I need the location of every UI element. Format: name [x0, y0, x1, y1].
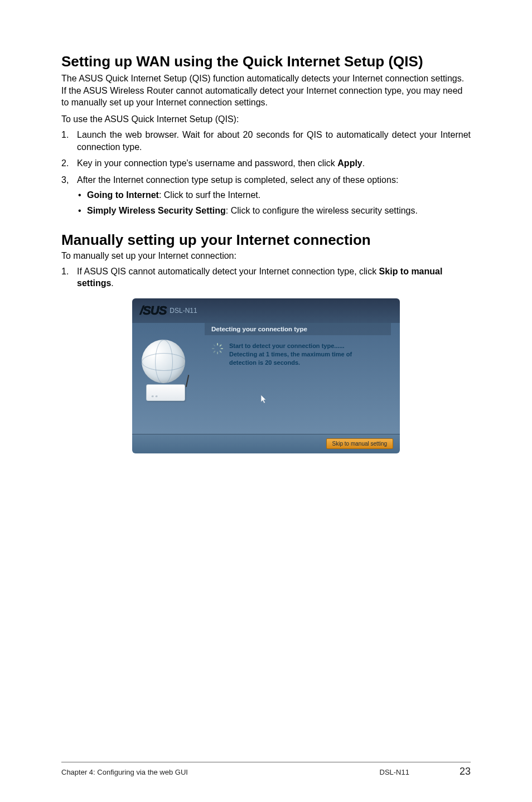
step-text-post: .: [111, 278, 113, 288]
option-wireless: Simply Wireless Security Setting: Click …: [77, 205, 471, 217]
footer-rule: [61, 762, 471, 762]
qis-lead: To use the ASUS Quick Internet Setup (QI…: [61, 114, 471, 124]
step-text-pre: Key in your connection type's username a…: [77, 158, 337, 168]
svg-rect-3: [219, 350, 222, 353]
spinner-icon: [211, 342, 224, 355]
model-label: DSL-N11: [170, 307, 197, 315]
router-leds: o o: [152, 394, 158, 398]
svg-rect-5: [213, 350, 216, 353]
asus-logo: /SUS: [140, 303, 166, 318]
cursor-icon: [260, 394, 268, 404]
step-number: 1.: [61, 129, 69, 141]
manual-steps: 1. If ASUS QIS cannot automatically dete…: [61, 265, 471, 289]
footer-chapter: Chapter 4: Configuring via the web GUI: [61, 768, 188, 776]
step-2: 2. Key in your connection type's usernam…: [61, 157, 471, 170]
manual-step-1: 1. If ASUS QIS cannot automatically dete…: [61, 265, 471, 289]
detect-header: Detecting your connection type: [205, 323, 391, 335]
qis-screenshot: /SUS DSL-N11 o o Detecting your connecti…: [132, 298, 400, 453]
router-icon: o o: [146, 384, 185, 401]
svg-rect-7: [213, 344, 216, 347]
cursor-area: [260, 394, 391, 407]
options-list: Going to Internet: Click to surf the Int…: [77, 189, 471, 216]
screenshot-footer: Skip to manual setting: [132, 434, 400, 453]
svg-rect-2: [221, 348, 224, 349]
step-text-pre: If ASUS QIS cannot automatically detect …: [77, 267, 379, 276]
screenshot-titlebar: /SUS DSL-N11: [132, 298, 400, 323]
step-text-post: .: [362, 158, 365, 168]
option-going: Going to Internet: Click to surf the Int…: [77, 189, 471, 201]
option-bold: Simply Wireless Security Setting: [87, 206, 226, 215]
svg-rect-1: [219, 344, 222, 347]
footer-row: Chapter 4: Configuring via the web GUI D…: [61, 766, 471, 777]
footer-model: DSL-N11: [380, 768, 409, 776]
qis-steps: 1. Launch the web browser. Wait for abou…: [61, 129, 471, 217]
globe-router-graphic: o o: [142, 340, 197, 401]
skip-manual-button[interactable]: Skip to manual setting: [326, 438, 393, 449]
msg-line-1: Start to detect your connection type....…: [229, 342, 352, 350]
step-number: 3,: [61, 174, 69, 186]
intro-paragraph: The ASUS Quick Internet Setup (QIS) func…: [61, 73, 471, 109]
screenshot-main: Detecting your connection type: [205, 323, 400, 434]
svg-rect-0: [217, 343, 218, 346]
apply-label: Apply: [337, 158, 362, 168]
globe-icon: [142, 340, 185, 383]
step-text: After the Internet connection type setup…: [77, 175, 398, 185]
svg-rect-4: [217, 351, 218, 354]
heading-manual: Manually setting up your Internet connec…: [61, 231, 471, 249]
manual-lead: To manually set up your Internet connect…: [61, 251, 471, 261]
detect-row: Start to detect your connection type....…: [205, 342, 391, 367]
option-bold: Going to Internet: [87, 190, 159, 200]
screenshot-body: o o Detecting your connection type: [132, 323, 400, 434]
screenshot-sidebar: o o: [132, 323, 205, 434]
step-1: 1. Launch the web browser. Wait for abou…: [61, 129, 471, 153]
option-rest: : Click to surf the Internet.: [159, 190, 260, 200]
step-number: 2.: [61, 157, 69, 170]
svg-rect-6: [212, 348, 215, 349]
option-rest: : Click to configure the wireless securi…: [226, 206, 418, 215]
msg-line-2: Detecting at 1 times, the maximum time o…: [229, 350, 352, 359]
page-number: 23: [460, 766, 471, 777]
page-footer: Chapter 4: Configuring via the web GUI D…: [61, 762, 471, 777]
heading-qis: Setting up WAN using the Quick Internet …: [61, 53, 471, 70]
step-3: 3, After the Internet connection type se…: [61, 174, 471, 217]
step-number: 1.: [61, 265, 69, 278]
detect-message: Start to detect your connection type....…: [229, 342, 352, 367]
step-text: Launch the web browser. Wait for about 2…: [77, 130, 471, 152]
msg-line-3: detection is 20 seconds.: [229, 359, 352, 367]
